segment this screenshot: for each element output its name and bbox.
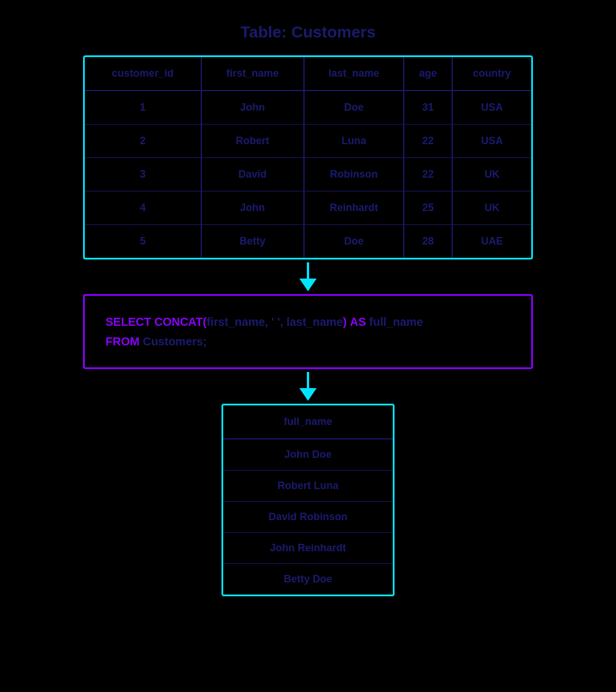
result-table-row: Robert Luna bbox=[223, 471, 393, 502]
table-row: 3DavidRobinson22UK bbox=[85, 158, 531, 191]
customers-table-header-country: country bbox=[452, 57, 531, 91]
result-cell-4: Betty Doe bbox=[223, 564, 393, 595]
svg-marker-1 bbox=[299, 279, 317, 291]
table-row: 1JohnDoe31USA bbox=[85, 91, 531, 125]
sql-args: first_name, ' ', last_name bbox=[206, 315, 343, 328]
customers-table-header-customer_id: customer_id bbox=[85, 57, 201, 91]
arrow-down-1 bbox=[296, 260, 320, 294]
result-cell-0: John Doe bbox=[223, 439, 393, 471]
table-cell-r0-c2: Doe bbox=[304, 91, 404, 125]
table-cell-r0-c0: 1 bbox=[85, 91, 201, 125]
table-cell-r1-c1: Robert bbox=[201, 125, 304, 158]
table-cell-r3-c0: 4 bbox=[85, 191, 201, 225]
sql-text: SELECT CONCAT(first_name, ' ', last_name… bbox=[106, 312, 510, 351]
table-cell-r1-c4: USA bbox=[452, 125, 531, 158]
page-title: Table: Customers bbox=[241, 23, 375, 42]
sql-from-keyword: FROM bbox=[106, 335, 142, 348]
table-cell-r4-c2: Doe bbox=[304, 225, 404, 258]
table-cell-r3-c1: John bbox=[201, 191, 304, 225]
sql-concat-close: ) bbox=[343, 315, 347, 328]
table-cell-r3-c4: UK bbox=[452, 191, 531, 225]
table-row: 4JohnReinhardt25UK bbox=[85, 191, 531, 225]
customers-table: customer_idfirst_namelast_nameagecountry… bbox=[85, 57, 531, 258]
table-cell-r4-c4: UAE bbox=[452, 225, 531, 258]
sql-concat-function: CONCAT( bbox=[154, 315, 206, 328]
table-cell-r2-c0: 3 bbox=[85, 158, 201, 191]
result-table-wrapper: full_name John DoeRobert LunaDavid Robin… bbox=[221, 404, 395, 596]
table-row: 2RobertLuna22USA bbox=[85, 125, 531, 158]
result-table-row: John Doe bbox=[223, 439, 393, 471]
customers-table-header-age: age bbox=[404, 57, 452, 91]
result-cell-2: David Robinson bbox=[223, 502, 393, 533]
sql-select-keyword: SELECT bbox=[106, 315, 154, 328]
table-cell-r0-c1: John bbox=[201, 91, 304, 125]
result-table-row: Betty Doe bbox=[223, 564, 393, 595]
table-header-row: customer_idfirst_namelast_nameagecountry bbox=[85, 57, 531, 91]
table-cell-r2-c2: Robinson bbox=[304, 158, 404, 191]
result-header-row: full_name bbox=[223, 405, 393, 439]
customers-table-header-first_name: first_name bbox=[201, 57, 304, 91]
result-cell-1: Robert Luna bbox=[223, 471, 393, 502]
table-cell-r4-c0: 5 bbox=[85, 225, 201, 258]
table-cell-r2-c1: David bbox=[201, 158, 304, 191]
sql-table-name: Customers; bbox=[142, 335, 206, 348]
table-cell-r1-c2: Luna bbox=[304, 125, 404, 158]
table-cell-r2-c4: UK bbox=[452, 158, 531, 191]
result-table: full_name John DoeRobert LunaDavid Robin… bbox=[223, 405, 393, 595]
arrow-down-2 bbox=[296, 369, 320, 404]
result-cell-3: John Reinhardt bbox=[223, 533, 393, 564]
table-row: 5BettyDoe28UAE bbox=[85, 225, 531, 258]
table-cell-r4-c3: 28 bbox=[404, 225, 452, 258]
customers-table-wrapper: customer_idfirst_namelast_nameagecountry… bbox=[83, 55, 533, 260]
sql-alias: full_name bbox=[369, 315, 423, 328]
svg-marker-3 bbox=[299, 388, 317, 401]
table-cell-r0-c4: USA bbox=[452, 91, 531, 125]
main-container: Table: Customers customer_idfirst_namela… bbox=[12, 23, 604, 596]
customers-table-header-last_name: last_name bbox=[304, 57, 404, 91]
table-cell-r3-c3: 25 bbox=[404, 191, 452, 225]
sql-as-keyword: AS bbox=[350, 315, 366, 328]
table-cell-r0-c3: 31 bbox=[404, 91, 452, 125]
table-cell-r3-c2: Reinhardt bbox=[304, 191, 404, 225]
table-cell-r1-c0: 2 bbox=[85, 125, 201, 158]
table-cell-r2-c3: 22 bbox=[404, 158, 452, 191]
table-cell-r1-c3: 22 bbox=[404, 125, 452, 158]
result-header-full-name: full_name bbox=[223, 405, 393, 439]
result-table-row: David Robinson bbox=[223, 502, 393, 533]
result-table-row: John Reinhardt bbox=[223, 533, 393, 564]
table-cell-r4-c1: Betty bbox=[201, 225, 304, 258]
sql-box: SELECT CONCAT(first_name, ' ', last_name… bbox=[83, 294, 533, 369]
